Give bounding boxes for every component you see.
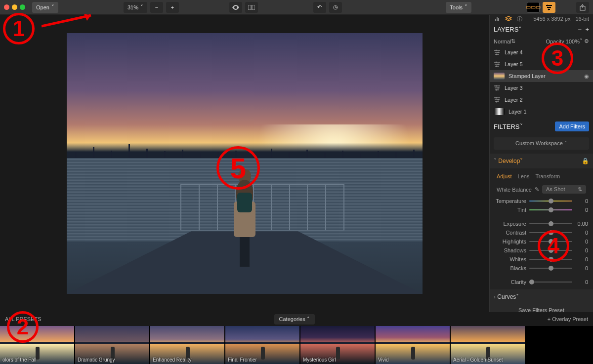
adjustments-icon bbox=[494, 49, 501, 56]
preview-icon[interactable] bbox=[229, 2, 242, 13]
svg-point-11 bbox=[496, 54, 498, 55]
slider-shadows[interactable]: Shadows0 bbox=[490, 246, 593, 255]
tools-button[interactable]: Tools ˅ bbox=[446, 2, 471, 13]
layer-row[interactable]: Layer 4 bbox=[490, 46, 593, 58]
layers-icon[interactable] bbox=[505, 15, 512, 23]
filters-panel-icon[interactable] bbox=[543, 2, 555, 13]
lock-icon[interactable]: 🔒 bbox=[582, 158, 589, 164]
close-window[interactable] bbox=[4, 4, 9, 10]
svg-rect-0 bbox=[248, 5, 251, 10]
add-filters-button[interactable]: Add Filters bbox=[555, 121, 589, 131]
chevron-down-icon: ˅ bbox=[520, 158, 523, 164]
svg-point-4 bbox=[548, 8, 550, 10]
share-button[interactable] bbox=[576, 2, 589, 13]
gear-icon[interactable]: ⚙ bbox=[584, 38, 589, 44]
preset-thumb[interactable]: Enhanced Reality bbox=[150, 326, 224, 364]
zoom-out-button[interactable]: − bbox=[150, 2, 163, 13]
layer-row[interactable]: Layer 5 bbox=[490, 58, 593, 70]
preset-thumb[interactable]: olors of the Fall bbox=[0, 326, 74, 364]
visibility-icon[interactable]: ◉ bbox=[584, 73, 589, 80]
save-filters-preset-button[interactable]: Save Filters Preset bbox=[490, 304, 593, 312]
svg-rect-8 bbox=[498, 18, 499, 21]
layers-header[interactable]: LAYERS ˅ − + bbox=[490, 23, 593, 36]
window-controls bbox=[4, 4, 25, 10]
layer-name: Stamped Layer bbox=[508, 73, 546, 79]
image-dimensions: 5456 x 3892 px bbox=[533, 16, 570, 22]
chevron-down-icon: ˅ bbox=[140, 4, 143, 10]
preset-thumb[interactable]: Dramatic Grungy bbox=[75, 326, 149, 364]
svg-point-17 bbox=[496, 89, 498, 91]
histogram-icon[interactable] bbox=[494, 15, 502, 23]
zoom-level[interactable]: 31% ˅ bbox=[124, 2, 147, 13]
svg-point-16 bbox=[498, 87, 499, 89]
svg-point-14 bbox=[496, 66, 498, 67]
collapse-icon[interactable]: − bbox=[578, 26, 582, 33]
eyedropper-icon[interactable]: ✎ bbox=[535, 186, 539, 193]
svg-rect-7 bbox=[497, 17, 498, 21]
svg-point-12 bbox=[496, 62, 497, 63]
svg-point-10 bbox=[498, 52, 499, 53]
white-balance-row: White Balance ✎ As Shot⇅ bbox=[490, 182, 593, 197]
white-balance-select[interactable]: As Shot⇅ bbox=[542, 185, 586, 194]
canvas-area[interactable] bbox=[0, 15, 489, 312]
layer-row[interactable]: Layer 1 bbox=[490, 106, 593, 118]
compare-icon[interactable] bbox=[245, 2, 258, 13]
workspace-selector[interactable]: Custom Workspace ˅ bbox=[494, 137, 589, 150]
chevron-down-icon: ˅ bbox=[494, 158, 497, 164]
info-icon[interactable]: ⓘ bbox=[515, 15, 523, 23]
open-button[interactable]: Open ˅ bbox=[32, 2, 58, 13]
adjustments-icon bbox=[494, 84, 501, 91]
maximize-window[interactable] bbox=[20, 4, 25, 10]
svg-point-19 bbox=[498, 99, 499, 101]
svg-point-13 bbox=[498, 64, 499, 65]
svg-rect-6 bbox=[495, 19, 496, 21]
add-layer-icon[interactable]: + bbox=[585, 26, 589, 33]
filters-header[interactable]: FILTERS bbox=[494, 123, 520, 130]
preset-thumb[interactable]: Mysterious Girl bbox=[300, 326, 375, 364]
updown-icon: ⇅ bbox=[511, 38, 515, 44]
develop-header[interactable]: ˅ Develop ˅ 🔒 bbox=[490, 154, 593, 168]
presets-panel-icon[interactable]: ▭▭▭ bbox=[527, 2, 540, 13]
svg-point-9 bbox=[496, 50, 497, 51]
slider-blacks[interactable]: Blacks0 bbox=[490, 264, 593, 273]
undo-button[interactable]: ↶ bbox=[313, 2, 326, 13]
categories-button[interactable]: Categories ˄ bbox=[274, 314, 315, 324]
zoom-in-button[interactable]: + bbox=[166, 2, 179, 13]
tab-lens[interactable]: Lens bbox=[518, 173, 530, 179]
slider-exposure[interactable]: Exposure0.00 bbox=[490, 219, 593, 228]
history-button[interactable]: ◷ bbox=[329, 2, 342, 13]
chevron-down-icon: ˅ bbox=[580, 38, 583, 44]
svg-point-2 bbox=[547, 4, 549, 6]
blend-mode-row[interactable]: Normal ⇅ Opacity 100%˅ ⚙ bbox=[490, 36, 593, 46]
slider-highlights[interactable]: Highlights0 bbox=[490, 237, 593, 246]
presets-bar: ALL PRESETS Categories ˄ + Overlay Prese… bbox=[0, 312, 593, 326]
layer-row[interactable]: Layer 2 bbox=[490, 94, 593, 106]
slider-temperature[interactable]: Temperature0 bbox=[490, 197, 593, 205]
adjustments-icon bbox=[494, 96, 501, 103]
layer-row[interactable]: Stamped Layer◉ bbox=[490, 70, 593, 82]
minimize-window[interactable] bbox=[12, 4, 17, 10]
tab-adjust[interactable]: Adjust bbox=[497, 173, 512, 179]
updown-icon: ⇅ bbox=[578, 186, 582, 193]
slider-tint[interactable]: Tint0 bbox=[490, 205, 593, 214]
chevron-down-icon: ˅ bbox=[51, 4, 54, 10]
layer-name: Layer 1 bbox=[508, 109, 527, 115]
svg-point-3 bbox=[550, 6, 551, 8]
tab-transform[interactable]: Transform bbox=[535, 173, 560, 179]
all-presets-label: ALL PRESETS bbox=[5, 316, 42, 322]
preset-thumb[interactable]: Final Frontier bbox=[225, 326, 299, 364]
slider-clarity[interactable]: Clarity0 bbox=[490, 278, 593, 286]
curves-header[interactable]: › Curves ˅ bbox=[490, 289, 593, 304]
layer-name: Layer 5 bbox=[505, 61, 523, 67]
image-canvas bbox=[67, 33, 423, 294]
svg-point-20 bbox=[496, 101, 498, 103]
svg-rect-1 bbox=[252, 5, 255, 10]
preset-thumb[interactable]: Vivid bbox=[376, 326, 450, 364]
slider-contrast[interactable]: Contrast0 bbox=[490, 228, 593, 237]
svg-point-15 bbox=[496, 85, 497, 87]
slider-whites[interactable]: Whites0 bbox=[490, 255, 593, 264]
overlay-preset-button[interactable]: + Overlay Preset bbox=[548, 316, 588, 322]
chevron-down-icon: ˅ bbox=[518, 26, 522, 33]
layer-row[interactable]: Layer 3 bbox=[490, 82, 593, 94]
preset-thumb[interactable]: Aerial - Golden Sunset bbox=[451, 326, 525, 364]
